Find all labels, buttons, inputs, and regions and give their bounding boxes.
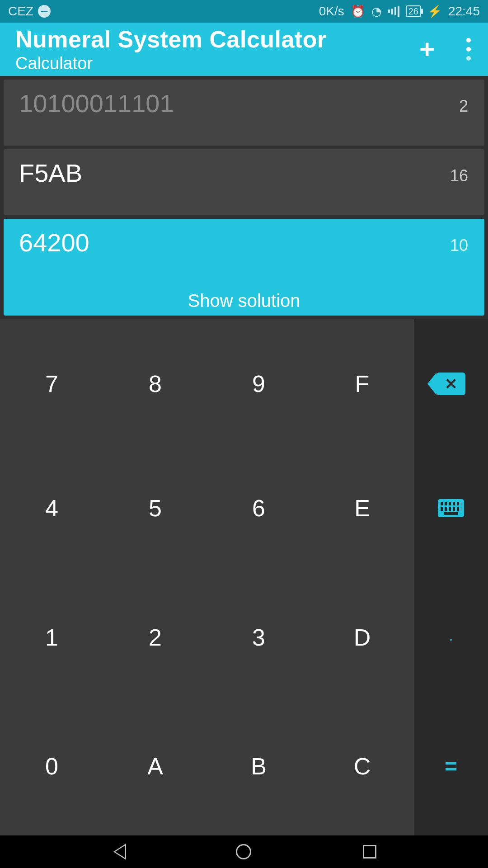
card-value: 10100011101 — [19, 89, 174, 118]
base-card-binary[interactable]: 10100011101 2 — [4, 80, 484, 146]
conversion-list: 10100011101 2 F5AB 16 64200 10 Show solu… — [0, 76, 488, 319]
keypad: 7 8 9 F 4 5 6 E 1 2 3 D 0 A B C ✕ . = — [0, 319, 488, 835]
card-base: 16 — [450, 166, 471, 185]
wifi-icon: ◔ — [371, 5, 382, 19]
card-value: F5AB — [19, 158, 82, 188]
app-title: Numeral System Calculator — [15, 26, 327, 53]
backspace-icon: ✕ — [436, 373, 465, 395]
show-solution-button[interactable]: Show solution — [4, 291, 484, 311]
key-f[interactable]: F — [310, 319, 414, 448]
base-card-hex[interactable]: F5AB 16 — [4, 149, 484, 215]
nav-back-button[interactable] — [112, 844, 124, 860]
key-8[interactable]: 8 — [103, 319, 207, 448]
nav-recent-button[interactable] — [363, 845, 376, 859]
key-2[interactable]: 2 — [103, 577, 207, 707]
key-0[interactable]: 0 — [0, 707, 103, 836]
key-a[interactable]: A — [103, 707, 207, 836]
card-value: 64200 — [19, 228, 89, 257]
add-button[interactable]: + — [419, 36, 435, 62]
network-speed: 0K/s — [319, 4, 344, 19]
key-7[interactable]: 7 — [0, 319, 103, 448]
carrier-label: CEZ — [8, 4, 33, 19]
decimal-point-button[interactable]: . — [414, 577, 488, 707]
alarm-icon: ⏰ — [351, 5, 365, 19]
battery-icon: 26 — [406, 5, 421, 17]
system-nav-bar — [0, 835, 488, 868]
clock-label: 22:45 — [448, 4, 480, 19]
keyboard-icon — [438, 499, 464, 517]
app-subtitle: Calculator — [15, 54, 327, 73]
key-b[interactable]: B — [207, 707, 310, 836]
key-5[interactable]: 5 — [103, 448, 207, 578]
status-bar: CEZ 0K/s ⏰ ◔ 26 ⚡ 22:45 — [0, 0, 488, 23]
equals-button[interactable]: = — [414, 707, 488, 836]
keyboard-toggle-button[interactable] — [414, 448, 488, 578]
card-base: 2 — [459, 97, 471, 116]
key-c[interactable]: C — [310, 707, 414, 836]
key-3[interactable]: 3 — [207, 577, 310, 707]
signal-icon — [388, 6, 399, 17]
messenger-icon — [38, 5, 51, 18]
charging-icon: ⚡ — [427, 5, 442, 19]
key-9[interactable]: 9 — [207, 319, 310, 448]
more-menu-button[interactable] — [466, 38, 471, 61]
key-1[interactable]: 1 — [0, 577, 103, 707]
key-d[interactable]: D — [310, 577, 414, 707]
key-e[interactable]: E — [310, 448, 414, 578]
backspace-button[interactable]: ✕ — [414, 319, 488, 448]
app-bar: Numeral System Calculator Calculator + — [0, 23, 488, 76]
key-4[interactable]: 4 — [0, 448, 103, 578]
base-card-decimal[interactable]: 64200 10 Show solution — [4, 219, 484, 316]
key-6[interactable]: 6 — [207, 448, 310, 578]
card-base: 10 — [450, 236, 471, 255]
nav-home-button[interactable] — [236, 844, 251, 859]
